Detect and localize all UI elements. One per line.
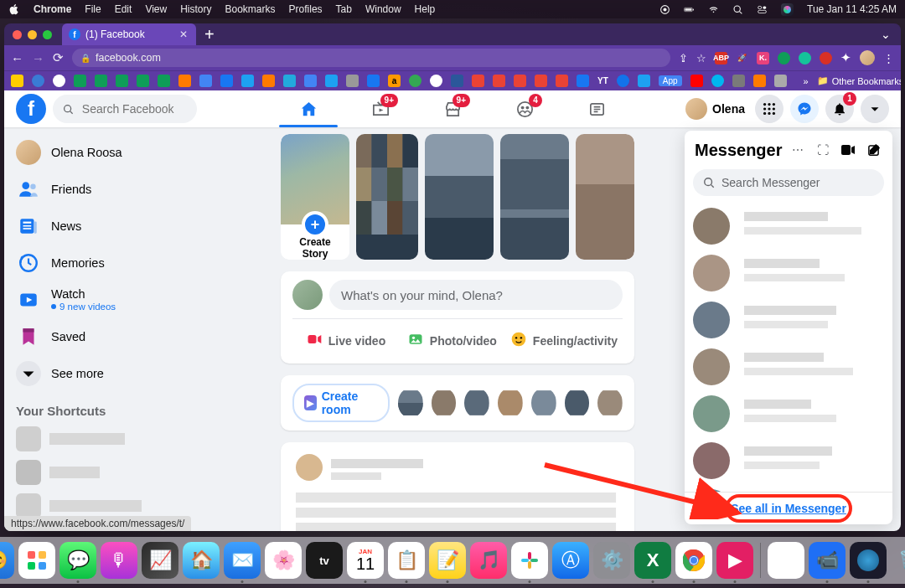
story-card[interactable] bbox=[500, 134, 569, 260]
dock-settings[interactable]: ⚙️ bbox=[593, 542, 630, 579]
bookmark-item[interactable] bbox=[367, 75, 380, 87]
bookmark-item[interactable]: App bbox=[659, 75, 682, 86]
dock-notes[interactable]: 📝 bbox=[429, 542, 466, 579]
menu-tab[interactable]: Tab bbox=[336, 3, 352, 15]
room-avatar[interactable] bbox=[464, 388, 489, 418]
dock-finder[interactable]: 😊 bbox=[0, 542, 14, 579]
bookmark-item[interactable] bbox=[262, 75, 275, 87]
menu-bookmarks[interactable]: Bookmarks bbox=[225, 3, 276, 15]
room-avatar[interactable] bbox=[398, 388, 423, 418]
feed-post[interactable] bbox=[281, 442, 634, 531]
bookmark-item[interactable] bbox=[346, 75, 359, 87]
messenger-options-button[interactable]: ⋯ bbox=[789, 139, 808, 161]
bookmark-item[interactable] bbox=[732, 75, 745, 87]
room-avatar[interactable] bbox=[597, 388, 623, 418]
create-room-button[interactable]: ▶ Create room bbox=[292, 384, 390, 422]
battery-icon[interactable] bbox=[684, 3, 695, 15]
tab-close-button[interactable]: ✕ bbox=[179, 28, 188, 40]
dock-chrome[interactable] bbox=[675, 542, 712, 579]
menubar-clock[interactable]: Tue Jan 11 4:25 AM bbox=[807, 3, 897, 15]
bookmark-star-icon[interactable]: ☆ bbox=[696, 52, 706, 64]
bookmark-item[interactable] bbox=[11, 75, 23, 87]
control-center-icon[interactable] bbox=[757, 3, 768, 15]
create-story-card[interactable]: + Create Story bbox=[281, 134, 349, 260]
spotlight-icon[interactable] bbox=[732, 3, 743, 15]
screenrec-icon[interactable] bbox=[659, 3, 670, 15]
bookmark-item[interactable] bbox=[95, 75, 107, 87]
chrome-menu-icon[interactable]: ⋮ bbox=[883, 52, 894, 64]
composer-avatar[interactable] bbox=[292, 280, 323, 310]
dock-music[interactable]: 🎵 bbox=[470, 542, 507, 579]
dock-slack[interactable] bbox=[511, 542, 548, 579]
sidebar-saved[interactable]: Saved bbox=[9, 318, 261, 355]
dock-excel[interactable]: X bbox=[634, 542, 671, 579]
bookmark-item[interactable] bbox=[178, 75, 191, 87]
bookmark-item[interactable] bbox=[325, 75, 338, 87]
composer-input[interactable]: What's on your mind, Olena? bbox=[329, 280, 623, 310]
window-close-button[interactable] bbox=[13, 30, 22, 39]
bookmark-item[interactable] bbox=[241, 75, 254, 87]
bookmark-item[interactable] bbox=[430, 75, 442, 87]
ext-k-icon[interactable]: K. bbox=[757, 52, 769, 64]
room-avatar[interactable] bbox=[565, 388, 590, 418]
menu-help[interactable]: Help bbox=[415, 3, 436, 15]
nav-groups-tab[interactable]: 4 bbox=[492, 90, 557, 127]
bookmarks-overflow-button[interactable]: » bbox=[804, 76, 809, 86]
messenger-button[interactable] bbox=[790, 95, 819, 123]
menu-view[interactable]: View bbox=[145, 3, 167, 15]
bookmark-item[interactable] bbox=[617, 75, 629, 87]
bookmark-item[interactable] bbox=[451, 75, 463, 87]
ext-green-icon[interactable] bbox=[778, 52, 790, 64]
nav-back-button[interactable]: ← bbox=[11, 51, 23, 65]
apple-logo-icon[interactable] bbox=[8, 3, 20, 16]
menu-app[interactable]: Chrome bbox=[34, 3, 71, 15]
bookmark-item[interactable] bbox=[753, 75, 766, 87]
share-icon[interactable]: ⇪ bbox=[679, 52, 688, 64]
dock-zoom[interactable]: 📹 bbox=[809, 542, 846, 579]
bookmark-item[interactable] bbox=[774, 75, 787, 87]
conversation-row[interactable] bbox=[685, 297, 892, 343]
menu-profiles[interactable]: Profiles bbox=[289, 3, 323, 15]
bookmark-item[interactable]: YT bbox=[597, 76, 608, 85]
dock-reminders[interactable]: 📋 bbox=[388, 542, 425, 579]
ext-teal-icon[interactable] bbox=[799, 52, 811, 64]
wifi-icon[interactable] bbox=[708, 3, 719, 15]
bookmark-item[interactable] bbox=[32, 75, 44, 87]
bookmark-item[interactable] bbox=[283, 75, 296, 87]
room-avatar[interactable] bbox=[432, 388, 457, 418]
bookmark-item[interactable] bbox=[220, 75, 233, 87]
account-dropdown-button[interactable] bbox=[861, 95, 889, 123]
nav-forward-button[interactable]: → bbox=[32, 51, 44, 65]
dock-appstore[interactable]: Ⓐ bbox=[552, 542, 589, 579]
dock-stocks[interactable]: 📈 bbox=[142, 542, 178, 579]
nav-reload-button[interactable]: ⟳ bbox=[53, 50, 64, 65]
bookmark-item[interactable] bbox=[74, 75, 86, 87]
notifications-button[interactable]: 1 bbox=[825, 95, 854, 123]
composer-photo-button[interactable]: Photo/video bbox=[399, 326, 505, 355]
dock-messages[interactable]: 💬 bbox=[59, 542, 96, 579]
nav-watch-tab[interactable]: 9+ bbox=[348, 90, 413, 127]
ext-red-icon[interactable] bbox=[820, 52, 832, 64]
bookmark-item[interactable] bbox=[53, 75, 65, 87]
sidebar-profile[interactable]: Olena Roosa bbox=[9, 134, 261, 171]
messenger-compose-button[interactable] bbox=[864, 139, 882, 161]
dock-podcasts[interactable]: 🎙 bbox=[101, 542, 137, 579]
room-avatar[interactable] bbox=[531, 388, 556, 418]
dock-photos[interactable]: 🌸 bbox=[265, 542, 302, 579]
profile-chip[interactable]: Olena bbox=[684, 96, 748, 121]
bookmark-item[interactable] bbox=[577, 75, 589, 87]
bookmark-item[interactable] bbox=[409, 75, 421, 87]
menu-file[interactable]: File bbox=[85, 3, 101, 15]
bookmark-item[interactable] bbox=[304, 75, 317, 87]
dock-app-pink[interactable]: ▶ bbox=[716, 542, 753, 579]
composer-feeling-button[interactable]: Feeling/activity bbox=[505, 326, 623, 355]
bookmark-item[interactable] bbox=[690, 75, 703, 87]
story-card[interactable] bbox=[356, 134, 418, 260]
dock-calendar[interactable]: JAN 11 bbox=[347, 542, 384, 579]
menu-edit[interactable]: Edit bbox=[115, 3, 132, 15]
window-minimize-button[interactable] bbox=[28, 30, 37, 39]
address-bar[interactable]: 🔒 facebook.com bbox=[72, 49, 670, 67]
sidebar-friends[interactable]: Friends bbox=[9, 171, 261, 208]
bookmark-item[interactable] bbox=[116, 75, 128, 87]
bookmark-item[interactable] bbox=[711, 75, 724, 87]
